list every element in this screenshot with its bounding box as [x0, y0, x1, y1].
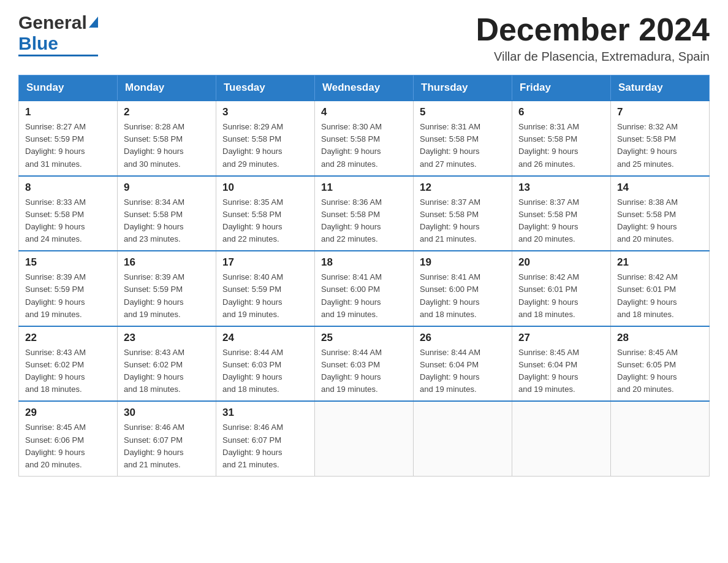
- logo-blue-text: Blue: [18, 33, 58, 54]
- week-row-4: 22Sunrise: 8:43 AMSunset: 6:02 PMDayligh…: [19, 326, 710, 402]
- calendar-cell: 11Sunrise: 8:36 AMSunset: 5:58 PMDayligh…: [315, 176, 414, 251]
- week-row-5: 29Sunrise: 8:45 AMSunset: 6:06 PMDayligh…: [19, 401, 710, 476]
- calendar-cell: 2Sunrise: 8:28 AMSunset: 5:58 PMDaylight…: [118, 101, 216, 176]
- calendar-cell: 9Sunrise: 8:34 AMSunset: 5:58 PMDaylight…: [118, 176, 216, 251]
- day-info: Sunrise: 8:39 AMSunset: 5:59 PMDaylight:…: [25, 271, 111, 321]
- calendar-cell: [512, 401, 611, 476]
- day-number: 4: [321, 106, 407, 118]
- page-header: General Blue December 2024 Villar de Pla…: [18, 12, 710, 64]
- day-number: 14: [617, 182, 703, 194]
- calendar-cell: 26Sunrise: 8:44 AMSunset: 6:04 PMDayligh…: [414, 326, 512, 402]
- title-area: December 2024 Villar de Plasencia, Extre…: [476, 12, 710, 64]
- day-number: 27: [518, 332, 604, 344]
- calendar-header-row: Sunday Monday Tuesday Wednesday Thursday…: [19, 75, 710, 101]
- week-row-2: 8Sunrise: 8:33 AMSunset: 5:58 PMDaylight…: [19, 176, 710, 251]
- day-info: Sunrise: 8:36 AMSunset: 5:58 PMDaylight:…: [321, 196, 407, 246]
- day-number: 28: [617, 332, 703, 344]
- day-number: 12: [420, 182, 506, 194]
- calendar-cell: 20Sunrise: 8:42 AMSunset: 6:01 PMDayligh…: [512, 251, 611, 326]
- calendar-cell: 3Sunrise: 8:29 AMSunset: 5:58 PMDaylight…: [216, 101, 315, 176]
- calendar-cell: 29Sunrise: 8:45 AMSunset: 6:06 PMDayligh…: [19, 401, 118, 476]
- day-number: 19: [420, 256, 506, 269]
- day-info: Sunrise: 8:44 AMSunset: 6:03 PMDaylight:…: [222, 347, 308, 396]
- day-number: 25: [321, 332, 407, 344]
- week-row-1: 1Sunrise: 8:27 AMSunset: 5:59 PMDaylight…: [19, 101, 710, 176]
- day-number: 20: [518, 256, 604, 269]
- day-info: Sunrise: 8:43 AMSunset: 6:02 PMDaylight:…: [124, 347, 210, 396]
- day-number: 10: [222, 182, 308, 194]
- day-info: Sunrise: 8:38 AMSunset: 5:58 PMDaylight:…: [617, 196, 703, 246]
- day-info: Sunrise: 8:45 AMSunset: 6:04 PMDaylight:…: [518, 347, 604, 396]
- calendar-cell: 14Sunrise: 8:38 AMSunset: 5:58 PMDayligh…: [611, 176, 710, 251]
- day-info: Sunrise: 8:44 AMSunset: 6:04 PMDaylight:…: [420, 347, 506, 396]
- day-info: Sunrise: 8:42 AMSunset: 6:01 PMDaylight:…: [617, 271, 703, 321]
- month-title: December 2024: [476, 12, 710, 47]
- col-monday: Monday: [118, 75, 216, 101]
- calendar-cell: 27Sunrise: 8:45 AMSunset: 6:04 PMDayligh…: [512, 326, 611, 402]
- day-info: Sunrise: 8:45 AMSunset: 6:05 PMDaylight:…: [617, 347, 703, 396]
- calendar-cell: 1Sunrise: 8:27 AMSunset: 5:59 PMDaylight…: [19, 101, 118, 176]
- logo-underline: [18, 55, 98, 56]
- day-info: Sunrise: 8:30 AMSunset: 5:58 PMDaylight:…: [321, 121, 407, 170]
- calendar-cell: 8Sunrise: 8:33 AMSunset: 5:58 PMDaylight…: [19, 176, 118, 251]
- calendar-cell: 22Sunrise: 8:43 AMSunset: 6:02 PMDayligh…: [19, 326, 118, 402]
- day-number: 16: [124, 256, 210, 269]
- day-info: Sunrise: 8:31 AMSunset: 5:58 PMDaylight:…: [420, 121, 506, 170]
- day-info: Sunrise: 8:37 AMSunset: 5:58 PMDaylight:…: [518, 196, 604, 246]
- day-info: Sunrise: 8:41 AMSunset: 6:00 PMDaylight:…: [321, 271, 407, 321]
- day-number: 5: [420, 106, 506, 118]
- calendar-cell: 13Sunrise: 8:37 AMSunset: 5:58 PMDayligh…: [512, 176, 611, 251]
- day-info: Sunrise: 8:41 AMSunset: 6:00 PMDaylight:…: [420, 271, 506, 321]
- day-number: 13: [518, 182, 604, 194]
- logo: General Blue: [18, 12, 98, 56]
- day-info: Sunrise: 8:42 AMSunset: 6:01 PMDaylight:…: [518, 271, 604, 321]
- day-info: Sunrise: 8:43 AMSunset: 6:02 PMDaylight:…: [25, 347, 111, 396]
- col-tuesday: Tuesday: [216, 75, 315, 101]
- day-info: Sunrise: 8:46 AMSunset: 6:07 PMDaylight:…: [124, 421, 210, 471]
- day-number: 7: [617, 106, 703, 118]
- day-info: Sunrise: 8:33 AMSunset: 5:58 PMDaylight:…: [25, 196, 111, 246]
- day-number: 22: [25, 332, 111, 344]
- calendar-cell: 10Sunrise: 8:35 AMSunset: 5:58 PMDayligh…: [216, 176, 315, 251]
- calendar-cell: [414, 401, 512, 476]
- day-number: 11: [321, 182, 407, 194]
- day-number: 2: [124, 106, 210, 118]
- day-info: Sunrise: 8:28 AMSunset: 5:58 PMDaylight:…: [124, 121, 210, 170]
- day-number: 30: [124, 407, 210, 419]
- day-info: Sunrise: 8:39 AMSunset: 5:59 PMDaylight:…: [124, 271, 210, 321]
- calendar-cell: 30Sunrise: 8:46 AMSunset: 6:07 PMDayligh…: [118, 401, 216, 476]
- calendar-table: Sunday Monday Tuesday Wednesday Thursday…: [18, 75, 710, 477]
- day-info: Sunrise: 8:27 AMSunset: 5:59 PMDaylight:…: [25, 121, 111, 170]
- col-saturday: Saturday: [611, 75, 710, 101]
- col-wednesday: Wednesday: [315, 75, 414, 101]
- week-row-3: 15Sunrise: 8:39 AMSunset: 5:59 PMDayligh…: [19, 251, 710, 326]
- calendar-cell: 4Sunrise: 8:30 AMSunset: 5:58 PMDaylight…: [315, 101, 414, 176]
- calendar-cell: 25Sunrise: 8:44 AMSunset: 6:03 PMDayligh…: [315, 326, 414, 402]
- calendar-cell: 12Sunrise: 8:37 AMSunset: 5:58 PMDayligh…: [414, 176, 512, 251]
- day-number: 3: [222, 106, 308, 118]
- day-number: 15: [25, 256, 111, 269]
- calendar-cell: 15Sunrise: 8:39 AMSunset: 5:59 PMDayligh…: [19, 251, 118, 326]
- day-info: Sunrise: 8:44 AMSunset: 6:03 PMDaylight:…: [321, 347, 407, 396]
- day-number: 18: [321, 256, 407, 269]
- day-number: 1: [25, 106, 111, 118]
- calendar-cell: [315, 401, 414, 476]
- col-thursday: Thursday: [414, 75, 512, 101]
- calendar-cell: 24Sunrise: 8:44 AMSunset: 6:03 PMDayligh…: [216, 326, 315, 402]
- calendar-cell: 21Sunrise: 8:42 AMSunset: 6:01 PMDayligh…: [611, 251, 710, 326]
- calendar-cell: 5Sunrise: 8:31 AMSunset: 5:58 PMDaylight…: [414, 101, 512, 176]
- calendar-cell: 16Sunrise: 8:39 AMSunset: 5:59 PMDayligh…: [118, 251, 216, 326]
- day-info: Sunrise: 8:40 AMSunset: 5:59 PMDaylight:…: [222, 271, 308, 321]
- logo-triangle-icon: [89, 17, 98, 28]
- day-info: Sunrise: 8:45 AMSunset: 6:06 PMDaylight:…: [25, 421, 111, 471]
- logo-general-text: General: [18, 12, 87, 33]
- day-info: Sunrise: 8:29 AMSunset: 5:58 PMDaylight:…: [222, 121, 308, 170]
- day-number: 31: [222, 407, 308, 419]
- calendar-cell: 17Sunrise: 8:40 AMSunset: 5:59 PMDayligh…: [216, 251, 315, 326]
- day-number: 9: [124, 182, 210, 194]
- location-subtitle: Villar de Plasencia, Extremadura, Spain: [476, 50, 710, 64]
- day-number: 6: [518, 106, 604, 118]
- calendar-cell: 31Sunrise: 8:46 AMSunset: 6:07 PMDayligh…: [216, 401, 315, 476]
- calendar-cell: 18Sunrise: 8:41 AMSunset: 6:00 PMDayligh…: [315, 251, 414, 326]
- day-info: Sunrise: 8:37 AMSunset: 5:58 PMDaylight:…: [420, 196, 506, 246]
